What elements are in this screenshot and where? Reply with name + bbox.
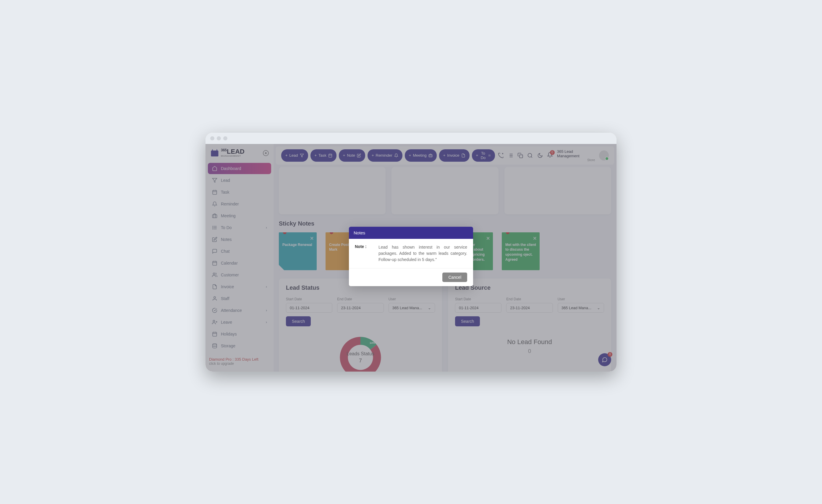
window-dot[interactable]: [210, 136, 215, 140]
cancel-button[interactable]: Cancel: [442, 273, 467, 282]
note-label: Note :: [355, 244, 373, 263]
window-controls: [206, 133, 616, 144]
modal-title: Notes: [349, 227, 473, 239]
note-text: Lead has shown interest in our service p…: [379, 244, 467, 263]
window-dot[interactable]: [223, 136, 228, 140]
notes-modal: Notes ✕ Note : Lead has shown interest i…: [349, 227, 473, 286]
modal-overlay[interactable]: Notes ✕ Note : Lead has shown interest i…: [206, 144, 616, 372]
window-dot[interactable]: [217, 136, 221, 140]
